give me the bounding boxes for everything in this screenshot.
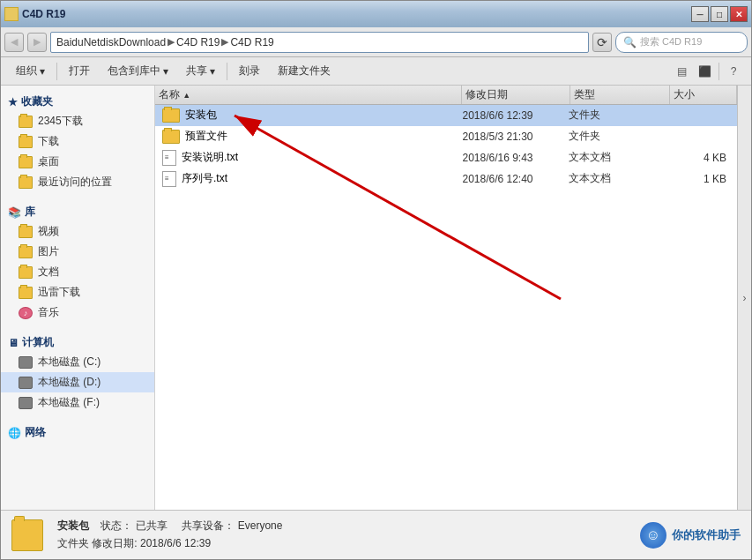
file-icon-txt-3 (162, 171, 176, 187)
organize-button[interactable]: 组织 ▾ (8, 60, 53, 83)
file-name-cell-3: 序列号.txt (159, 171, 462, 187)
view-button[interactable]: ▤ (671, 61, 692, 82)
sidebar-item-disk-d-label: 本地磁盘 (D:) (38, 375, 101, 390)
status-folder-icon (11, 519, 43, 551)
sidebar-item-music[interactable]: ♪ 音乐 (1, 302, 154, 323)
sidebar-item-desktop-label: 桌面 (38, 154, 59, 169)
network-label: 网络 (25, 425, 46, 440)
file-name-0: 安装包 (185, 108, 217, 123)
sidebar-item-disk-c[interactable]: 本地磁盘 (C:) (1, 352, 154, 372)
maximize-button[interactable]: □ (711, 6, 728, 22)
search-icon: 🔍 (623, 36, 637, 49)
file-row-anzhuangbao[interactable]: 安装包 2018/6/6 12:39 文件夹 (155, 105, 737, 126)
sidebar: ★ 收藏夹 2345下载 下载 桌面 最近访问的位置 (1, 86, 155, 510)
sidebar-header-network[interactable]: 🌐 网络 (1, 423, 154, 442)
window-title: C4D R19 (22, 8, 65, 20)
sidebar-item-xunlei[interactable]: 迅雷下载 (1, 282, 154, 302)
sidebar-item-video-label: 视频 (38, 224, 59, 239)
address-bar[interactable]: BaiduNetdiskDownload ▶ C4D R19 ▶ C4D R19 (50, 32, 589, 53)
refresh-button[interactable]: ⟳ (592, 33, 612, 52)
sidebar-header-computer[interactable]: 🖥 计算机 (1, 333, 154, 352)
include-label: 包含到库中 (108, 63, 160, 78)
file-type-2: 文本文档 (569, 150, 667, 165)
status-line-2: 文件夹 修改日期: 2018/6/6 12:39 (57, 535, 282, 552)
file-date-0: 2018/6/6 12:39 (462, 109, 569, 122)
toolbar: 组织 ▾ 打开 包含到库中 ▾ 共享 ▾ 刻录 新建文件夹 ▤ ⬛ ? (1, 57, 751, 86)
burn-label: 刻录 (239, 63, 260, 78)
forward-button[interactable]: ▶ (27, 33, 47, 52)
status-state-label: 状态： (101, 519, 132, 532)
file-name-3: 序列号.txt (182, 171, 227, 186)
help-button[interactable]: ? (723, 61, 744, 82)
brand-text: 你的软件助手 (672, 527, 741, 543)
status-share-value: Everyone (238, 519, 283, 532)
chevron-right-icon: › (743, 292, 747, 304)
file-date-2: 2018/6/16 9:43 (462, 152, 569, 164)
breadcrumb: BaiduNetdiskDownload ▶ C4D R19 ▶ C4D R19 (56, 36, 274, 49)
sidebar-item-video[interactable]: 视频 (1, 221, 154, 242)
sidebar-header-library[interactable]: 📚 库 (1, 203, 154, 221)
sidebar-item-docs[interactable]: 文档 (1, 262, 154, 282)
breadcrumb-sep-1: ▶ (168, 36, 175, 48)
status-bar: 安装包 状态： 已共享 共享设备： Everyone 文件夹 修改日期: 201… (1, 510, 751, 559)
minimize-button[interactable]: ─ (691, 6, 709, 22)
folder-icon-2345 (19, 116, 33, 128)
organize-chevron: ▾ (40, 65, 45, 78)
sidebar-item-desktop[interactable]: 桌面 (1, 152, 154, 172)
explorer-window: C4D R19 ─ □ ✕ ◀ ▶ BaiduNetdiskDownload ▶… (0, 0, 752, 560)
sidebar-item-disk-c-label: 本地磁盘 (C:) (38, 355, 101, 370)
back-button[interactable]: ◀ (4, 33, 24, 52)
favorites-icon: ★ (8, 96, 18, 108)
sidebar-item-disk-f[interactable]: 本地磁盘 (F:) (1, 392, 154, 413)
open-button[interactable]: 打开 (61, 60, 98, 83)
col-header-size[interactable]: 大小 (670, 86, 737, 104)
share-button[interactable]: 共享 ▾ (178, 60, 223, 83)
file-list: 安装包 2018/6/6 12:39 文件夹 预置文件 2018/5/3 21:… (155, 105, 737, 510)
status-share-label: 共享设备： (182, 519, 235, 532)
sidebar-item-images[interactable]: 图片 (1, 242, 154, 262)
file-row-xuliehao[interactable]: 序列号.txt 2018/6/6 12:40 文本文档 1 KB (155, 168, 737, 190)
file-row-yuxuan[interactable]: 预置文件 2018/5/3 21:30 文件夹 (155, 126, 737, 147)
file-size-3: 1 KB (667, 173, 733, 185)
search-placeholder: 搜索 C4D R19 (640, 35, 702, 49)
new-folder-button[interactable]: 新建文件夹 (270, 60, 339, 83)
col-header-type[interactable]: 类型 (570, 86, 670, 104)
col-header-name[interactable]: 名称 ▲ (155, 86, 462, 104)
title-bar-left: C4D R19 (4, 7, 65, 21)
computer-label: 计算机 (22, 335, 54, 350)
file-date-1: 2018/5/3 21:30 (462, 131, 569, 143)
title-bar: C4D R19 ─ □ ✕ (1, 1, 751, 27)
window-icon (4, 7, 19, 21)
folder-icon-xunlei (19, 287, 33, 299)
preview-button[interactable]: ⬛ (694, 61, 715, 82)
drive-icon-d (19, 377, 33, 389)
sidebar-item-2345-label: 2345下载 (38, 114, 83, 129)
toolbar-separator-1 (56, 63, 57, 80)
search-bar[interactable]: 🔍 搜索 C4D R19 (615, 32, 748, 53)
sidebar-header-favorites[interactable]: ★ 收藏夹 (1, 93, 154, 111)
column-headers: 名称 ▲ 修改日期 类型 大小 (155, 86, 737, 105)
file-icon-folder-1 (162, 130, 180, 144)
file-row-anzhuangshuoming[interactable]: 安装说明.txt 2018/6/16 9:43 文本文档 4 KB (155, 147, 737, 168)
col-header-date[interactable]: 修改日期 (462, 86, 570, 104)
title-bar-buttons: ─ □ ✕ (691, 6, 748, 22)
new-folder-label: 新建文件夹 (278, 63, 331, 78)
sidebar-section-network: 🌐 网络 (1, 423, 154, 442)
sidebar-item-xunlei-label: 迅雷下载 (38, 285, 80, 300)
drive-icon-c (19, 356, 33, 369)
sidebar-section-library: 📚 库 视频 图片 文档 迅雷下载 (1, 203, 154, 323)
sidebar-item-downloads[interactable]: 下载 (1, 131, 154, 152)
right-panel-toggle[interactable]: › (737, 86, 751, 510)
include-button[interactable]: 包含到库中 ▾ (100, 60, 176, 83)
burn-button[interactable]: 刻录 (231, 60, 268, 83)
include-chevron: ▾ (163, 65, 168, 78)
share-chevron: ▾ (210, 65, 215, 78)
sidebar-item-disk-d[interactable]: 本地磁盘 (D:) (1, 372, 154, 392)
status-text: 安装包 状态： 已共享 共享设备： Everyone 文件夹 修改日期: 201… (57, 518, 282, 551)
close-button[interactable]: ✕ (730, 6, 748, 22)
sidebar-item-2345[interactable]: 2345下载 (1, 111, 154, 131)
sidebar-item-recent[interactable]: 最近访问的位置 (1, 172, 154, 192)
file-name-1: 预置文件 (185, 129, 227, 144)
status-line-1: 安装包 状态： 已共享 共享设备： Everyone (57, 518, 282, 534)
computer-icon: 🖥 (8, 337, 19, 349)
